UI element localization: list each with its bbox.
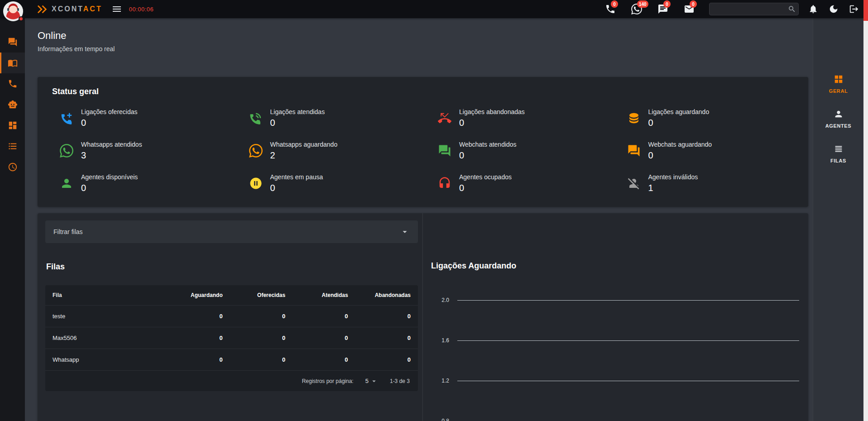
stats-grid: Ligações oferecidas0 Ligações atendidas0… [45,108,801,193]
chevron-down-icon [400,227,410,237]
sidebar-item-conversations[interactable] [0,32,25,53]
table-pagination: Registros por página: 5 1-3 de 3 [45,370,418,391]
table-row: Whatsapp 0 0 0 0 [45,349,418,370]
chart-ytick-label: 0.8 [431,418,449,421]
filas-chart-card: Filtrar filas Filas Fila Aguardando Ofer… [38,213,808,421]
stat-agentes-invalidos: Agentes inválidos1 [612,173,801,193]
phone-in-talk-icon [249,111,263,125]
page-subtitle: Informações em tempo real [38,45,813,53]
page-scrollbar[interactable] [863,0,868,421]
tab-agentes[interactable]: AGENTES [825,109,851,129]
table-row: Max5506 0 0 0 0 [45,327,418,349]
webchat-badge: 0 [663,0,671,8]
hamburger-menu-icon[interactable] [111,4,122,14]
status-dot [19,16,24,21]
stat-ligacoes-aguardando: Ligações aguardando0 [612,108,801,128]
chart-gridline [457,340,799,341]
stat-ligacoes-atendidas: Ligações atendidas0 [234,108,423,128]
person-off-icon [627,176,641,191]
chart-ytick-label: 2.0 [431,297,449,303]
sidebar-item-bots[interactable] [0,94,25,115]
chart-column: Ligações Aguardando 2.01.61.20.8 [422,213,808,421]
tab-filas[interactable]: FILAS [830,144,846,163]
chevron-down-icon [370,377,378,385]
grid-icon [834,74,844,84]
phone-icon [8,79,18,89]
brand-chevrons-icon [36,5,48,14]
sidebar-item-history[interactable] [0,157,25,177]
filas-table: Fila Aguardando Oferecidas Atendidas Aba… [45,285,418,391]
stat-webchats-atendidos: Webchats atendidos0 [423,141,612,161]
brand-name: XCONTACT [52,5,102,13]
sidebar-item-calls[interactable] [0,73,25,94]
stat-whatsapps-atendidos: Whatsapps atendidos3 [45,141,234,161]
forum-icon [8,37,18,47]
sidebar-item-lists[interactable] [0,136,25,157]
chart-grid-row: 1.2 [431,381,799,421]
status-geral-card: Status geral Ligações oferecidas0 Ligaçõ… [38,77,808,207]
whatsapp-badge: 140 [637,0,648,8]
stat-agentes-disponiveis: Agentes disponíveis0 [45,173,234,193]
scrollbar-thumb[interactable] [863,0,868,21]
webchat-icon [627,144,641,158]
chart-ytick-label: 1.2 [431,378,449,384]
notifications-bell-icon[interactable] [808,4,819,14]
stat-whatsapps-aguardando: Whatsapps aguardando2 [234,141,423,161]
person-icon [834,109,844,119]
dark-mode-moon-icon[interactable] [829,4,839,14]
headset-icon [437,176,452,191]
phone-badge: 0 [611,0,618,8]
mail-button[interactable]: 0 [684,3,695,15]
left-sidebar [0,18,25,421]
sidebar-item-dashboard[interactable] [0,115,25,136]
pause-circle-icon [249,176,263,191]
phone-missed-icon [437,111,452,125]
search-icon[interactable] [788,5,796,13]
whatsapp-icon [249,144,263,158]
rows-per-page-select[interactable]: 5 [365,377,378,385]
whatsapp-button[interactable]: 140 [631,3,643,15]
chart-title: Ligações Aguardando [431,261,799,271]
logout-icon[interactable] [849,4,860,14]
mail-badge: 0 [690,0,697,8]
page-title: Online [38,30,813,42]
search-input[interactable] [709,3,799,15]
clock-icon [8,162,18,172]
rows-per-page-label: Registros por página: [302,378,354,384]
main-content: Online Informações em tempo real Status … [25,18,813,421]
tab-geral[interactable]: GERAL [829,74,848,94]
stat-webchats-aguardando: Webchats aguardando0 [612,141,801,161]
right-sidebar: GERAL AGENTES FILAS [813,18,863,421]
list-icon [8,141,18,151]
chart-grid: 2.01.61.20.8 [431,300,799,421]
chart-gridline [457,381,799,381]
stat-ligacoes-oferecidas: Ligações oferecidas0 [45,108,234,128]
chart-ytick-label: 1.6 [431,337,449,344]
person-icon [59,176,74,191]
book-icon [8,58,18,68]
list-icon [834,144,844,154]
table-row: teste 0 0 0 0 [45,305,418,327]
dashboard-icon [8,120,18,130]
filas-column: Filtrar filas Filas Fila Aguardando Ofer… [38,213,422,421]
table-header-row: Fila Aguardando Oferecidas Atendidas Aba… [45,285,418,305]
add-call-icon [59,111,74,125]
stat-ligacoes-abandonadas: Ligações abandonadas0 [423,108,612,128]
chart-grid-row: 2.0 [431,300,799,340]
topbar-actions: 0 140 0 0 [590,3,863,15]
pagination-range: 1-3 de 3 [390,378,410,384]
filter-filas-select[interactable]: Filtrar filas [45,220,418,243]
phone-calls-button[interactable]: 0 [605,3,617,15]
chart-gridline [457,300,799,301]
stat-agentes-em-pausa: Agentes em pausa0 [234,173,423,193]
sidebar-item-realtime[interactable] [0,53,25,73]
brand-logo[interactable]: XCONTACT [36,5,102,14]
topbar: XCONTACT 00:00:06 0 140 0 0 [0,0,863,18]
robot-icon [8,100,18,110]
topbar-search [709,3,799,15]
filas-title: Filas [46,262,418,272]
user-avatar[interactable] [3,1,24,22]
whatsapp-icon [59,144,74,158]
chart-grid-row: 1.6 [431,340,799,381]
webchat-button[interactable]: 0 [657,3,669,15]
